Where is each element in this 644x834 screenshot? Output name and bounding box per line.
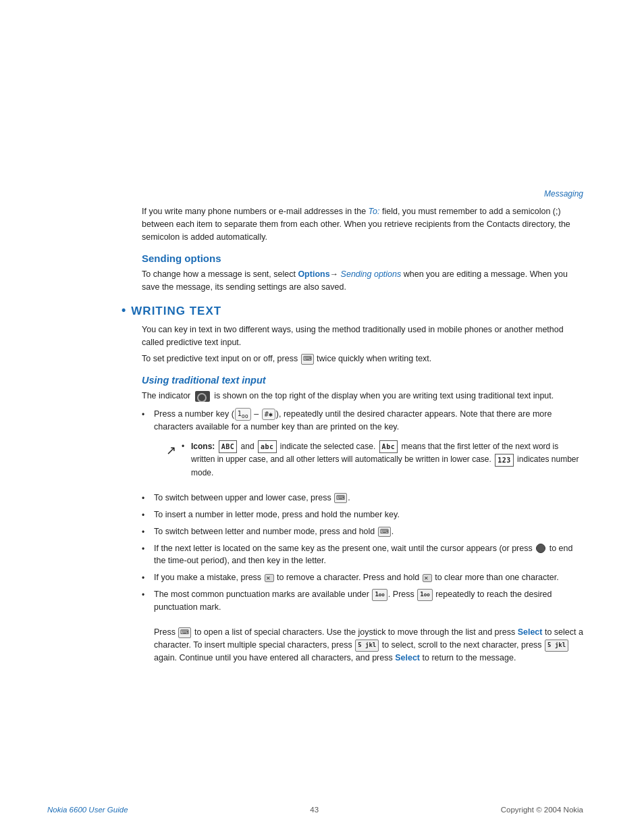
select-label-2: Select xyxy=(395,653,420,662)
punctuation-key-icon: 1oo xyxy=(372,589,387,601)
sending-options-text: To change how a message is sent, select … xyxy=(142,268,583,294)
bullet-marker: • xyxy=(142,543,154,555)
icon-note-text: Icons: ABC and abc indicate the selected… xyxy=(191,440,583,479)
special-char-icon: ⌨ xyxy=(178,627,191,638)
page: Messaging If you write many phone number… xyxy=(0,0,644,834)
icon-sub-item: • Icons: ABC and abc indicate the select… xyxy=(182,440,583,479)
note-content: • Icons: ABC and abc indicate the select… xyxy=(182,440,583,481)
footer: Nokia 6600 User Guide 43 Copyright © 200… xyxy=(0,806,644,814)
eraser-icon-hold xyxy=(423,574,432,582)
main-content: If you write many phone numbers or e-mai… xyxy=(142,205,583,664)
list-item: • To switch between upper and lower case… xyxy=(142,492,583,504)
press-icon-mode: ⌨ xyxy=(378,527,391,538)
key-hash-icon: #✱ xyxy=(262,409,275,420)
list-item: • The most common punctuation marks are … xyxy=(142,588,583,664)
list-item-content: If the next letter is located on the sam… xyxy=(154,542,583,568)
eraser-icon xyxy=(265,574,274,582)
bullet-marker: • xyxy=(142,509,154,521)
to-field-label: To: xyxy=(369,207,380,216)
bullet-marker: • xyxy=(142,492,154,504)
list-item-content: To switch between letter and number mode… xyxy=(154,525,583,538)
five-key-icon-2: 5 jkl xyxy=(545,640,568,652)
top-spacer xyxy=(0,0,644,189)
icon-sub-list: • Icons: ABC and abc indicate the select… xyxy=(182,440,583,479)
list-item: • To switch between letter and number mo… xyxy=(142,525,583,538)
indicator-icon xyxy=(195,391,210,402)
writing-text-body: You can key in text in two different way… xyxy=(142,323,583,349)
writing-text-section: • WRITING TEXT xyxy=(122,305,583,318)
list-item-content: To insert a number in letter mode, press… xyxy=(154,509,583,521)
press-icon-predictive: ⌨ xyxy=(301,354,314,365)
header-section-label: Messaging xyxy=(544,189,583,199)
abc-upper-icon: ABC xyxy=(219,440,238,453)
bullet-marker: • xyxy=(142,589,154,601)
list-item: • If the next letter is located on the s… xyxy=(142,542,583,568)
footer-center: 43 xyxy=(310,806,319,814)
writing-text-subline: To set predictive text input on or off, … xyxy=(142,353,583,365)
header-messaging: Messaging xyxy=(0,189,644,205)
writing-text-bullet: • xyxy=(122,303,126,317)
note-arrow-icon: ↗ xyxy=(166,442,176,460)
intro-paragraph: If you write many phone numbers or e-mai… xyxy=(142,205,583,243)
list-item-content: Press a number key (1oo – #✱), repeatedl… xyxy=(154,408,583,488)
list-item-content: The most common punctuation marks are av… xyxy=(154,588,583,664)
select-label-1: Select xyxy=(518,627,543,637)
abc-num-icon: 123 xyxy=(495,454,514,467)
icons-label: Icons: xyxy=(191,442,215,451)
list-item: • Press a number key (1oo – #✱), repeate… xyxy=(142,408,583,488)
abc-mixed-icon: Abc xyxy=(379,440,398,453)
sending-options-heading: Sending options xyxy=(142,253,583,264)
sub-bullet: • xyxy=(182,440,191,452)
options-label: Options xyxy=(298,269,329,279)
indicator-text: The indicator is shown on the top right … xyxy=(142,390,583,402)
bullet-marker: • xyxy=(142,409,154,421)
punctuation-key-icon-2: 1oo xyxy=(417,589,432,601)
bullet-marker: • xyxy=(142,526,154,538)
list-item-content: If you make a mistake, press to remove a… xyxy=(154,571,583,584)
icon-note-box: ↗ • Icons: ABC and abc indicate the se xyxy=(166,438,583,484)
joystick-icon xyxy=(536,544,545,553)
abc-lower-icon: abc xyxy=(258,440,277,453)
footer-left: Nokia 6600 User Guide xyxy=(47,806,128,814)
bullet-marker: • xyxy=(142,572,154,584)
writing-text-heading: WRITING TEXT xyxy=(131,305,221,318)
list-item: • If you make a mistake, press to remove… xyxy=(142,571,583,584)
five-key-icon: 5 jkl xyxy=(355,640,379,652)
footer-right: Copyright © 2004 Nokia xyxy=(501,806,583,814)
list-item: • To insert a number in letter mode, pre… xyxy=(142,509,583,521)
key-1-icon: 1oo xyxy=(235,408,251,421)
traditional-input-list: • Press a number key (1oo – #✱), repeate… xyxy=(142,408,583,664)
sending-options-label: Sending options xyxy=(341,269,402,279)
list-item-content: To switch between upper and lower case, … xyxy=(154,492,583,504)
using-traditional-heading: Using traditional text input xyxy=(142,375,583,386)
press-icon-case: ⌨ xyxy=(334,493,347,504)
